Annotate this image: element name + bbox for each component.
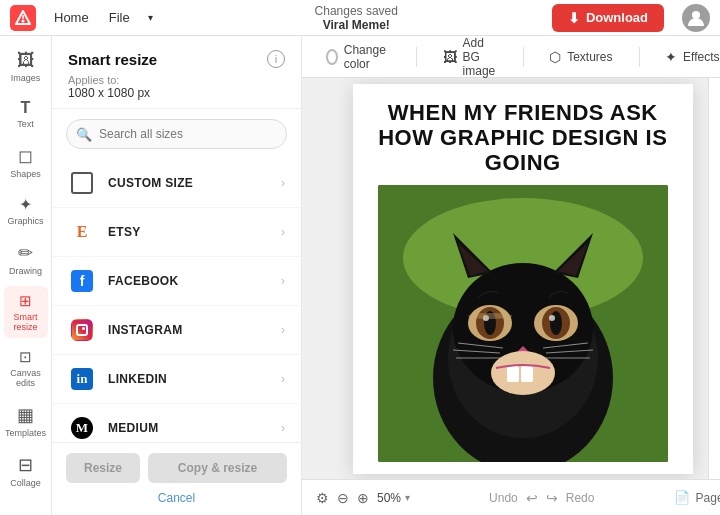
canvas-toolbar: Change color 🖼 Add BG image ⬡ Textures ✦… <box>302 36 720 78</box>
sidebar-label-images: Images <box>11 73 41 83</box>
nav-home[interactable]: Home <box>46 6 97 29</box>
settings-icon[interactable]: ⚙ <box>316 490 329 506</box>
zoom-chevron-icon: ▾ <box>405 492 410 503</box>
side-tool-flip[interactable]: ↕ <box>712 124 720 152</box>
chevron-linkedin: › <box>281 372 285 386</box>
cancel-link[interactable]: Cancel <box>66 489 287 507</box>
toolbar-add-bg-image[interactable]: 🖼 Add BG image <box>435 36 505 82</box>
avatar[interactable] <box>682 4 710 32</box>
chevron-etsy: › <box>281 225 285 239</box>
zoom-out-icon[interactable]: ⊖ <box>337 490 349 506</box>
app-logo[interactable] <box>10 5 36 31</box>
sidebar-label-collage: Collage <box>10 478 41 488</box>
sidebar-item-collage[interactable]: ⊟ Collage <box>4 448 48 494</box>
color-circle-icon <box>326 49 338 65</box>
canvas-document[interactable]: WHEN MY FRIENDS ASK HOW GRAPHIC DESIGN I… <box>353 84 693 474</box>
topbar-nav: Home File ▾ <box>46 6 161 29</box>
sidebar-item-shapes[interactable]: ◻ Shapes <box>4 139 48 185</box>
smart-resize-panel: Smart resize i Applies to: 1080 x 1080 p… <box>52 36 302 515</box>
applies-to-size: 1080 x 1080 px <box>68 86 285 100</box>
resize-panel-footer: Resize Copy & resize Cancel <box>52 442 301 515</box>
redo-label[interactable]: Redo <box>566 491 595 505</box>
canvas-side-tools: ↺ ↕ ⚠ 🔒 <box>708 78 720 479</box>
toolbar-effects[interactable]: ✦ Effects <box>657 45 720 69</box>
download-icon: ⬇ <box>568 10 580 26</box>
size-item-facebook[interactable]: f FACEBOOK › <box>52 257 301 306</box>
side-tool-lock[interactable]: 🔒 <box>712 196 720 224</box>
toolbar-separator-1 <box>416 47 417 67</box>
size-label-medium: MEDIUM <box>108 421 269 435</box>
size-item-linkedin[interactable]: in LINKEDIN › <box>52 355 301 404</box>
sidebar-item-graphics[interactable]: ✦ Graphics <box>4 189 48 232</box>
size-item-custom[interactable]: CUSTOM SIZE › <box>52 159 301 208</box>
toolbar-textures[interactable]: ⬡ Textures <box>541 45 620 69</box>
chevron-medium: › <box>281 421 285 435</box>
side-tool-rotate[interactable]: ↺ <box>712 88 720 116</box>
svg-point-24 <box>549 315 555 321</box>
medium-icon: M <box>68 414 96 442</box>
effects-icon: ✦ <box>665 49 677 65</box>
meme-text: WHEN MY FRIENDS ASK HOW GRAPHIC DESIGN I… <box>365 100 681 176</box>
redo-arrow-icon[interactable]: ↪ <box>546 490 558 506</box>
side-tool-warning[interactable]: ⚠ <box>712 160 720 188</box>
size-item-etsy[interactable]: E ETSY › <box>52 208 301 257</box>
custom-size-icon <box>68 169 96 197</box>
meme-image <box>378 185 668 461</box>
pages-label[interactable]: Pages <box>696 491 720 505</box>
undo-arrow-icon[interactable]: ↩ <box>526 490 538 506</box>
nav-file[interactable]: File ▾ <box>101 6 161 29</box>
size-item-medium[interactable]: M MEDIUM › <box>52 404 301 442</box>
instagram-icon <box>68 316 96 344</box>
undo-redo-controls: Undo ↩ ↪ Redo <box>489 490 594 506</box>
size-item-instagram[interactable]: INSTAGRAM › <box>52 306 301 355</box>
svg-rect-27 <box>507 366 519 382</box>
images-icon: 🖼 <box>17 50 35 71</box>
toolbar-change-color[interactable]: Change color <box>318 39 398 75</box>
sidebar-label-templates: Templates <box>5 428 46 438</box>
sidebar-item-smart-resize[interactable]: ⊞ Smart resize <box>4 286 48 338</box>
sidebar-label-smart-resize: Smart resize <box>8 312 44 332</box>
chevron-instagram: › <box>281 323 285 337</box>
svg-rect-1 <box>22 15 24 19</box>
toolbar-separator-2 <box>523 47 524 67</box>
sidebar-item-templates[interactable]: ▦ Templates <box>4 398 48 444</box>
sidebar-item-canvas-edits[interactable]: ⊡ Canvas edits <box>4 342 48 394</box>
size-list: CUSTOM SIZE › E ETSY › f FACEBOOK › <box>52 159 301 442</box>
svg-point-0 <box>22 19 25 22</box>
chevron-custom: › <box>281 176 285 190</box>
canvas-edits-icon: ⊡ <box>19 348 32 366</box>
info-icon[interactable]: i <box>267 50 285 68</box>
size-label-custom: CUSTOM SIZE <box>108 176 269 190</box>
search-box: 🔍 <box>66 119 287 149</box>
graphics-icon: ✦ <box>19 195 32 214</box>
zoom-value: 50% <box>377 491 401 505</box>
sidebar-item-drawing[interactable]: ✏ Drawing <box>4 236 48 282</box>
svg-point-2 <box>692 11 700 19</box>
download-button[interactable]: ⬇ Download <box>552 4 664 32</box>
text-icon: T <box>21 99 31 117</box>
svg-point-20 <box>468 313 512 319</box>
bottom-bar: ⚙ ⊖ ⊕ 50% ▾ Undo ↩ ↪ Redo 📄 Pages <box>302 479 720 515</box>
shapes-icon: ◻ <box>18 145 33 167</box>
resize-button[interactable]: Resize <box>66 453 140 483</box>
sidebar-item-text[interactable]: T Text <box>4 93 48 135</box>
main-layout: 🖼 Images T Text ◻ Shapes ✦ Graphics ✏ Dr… <box>0 36 720 515</box>
bottom-left-controls: ⚙ ⊖ ⊕ 50% ▾ <box>316 490 410 506</box>
svg-point-23 <box>550 311 562 335</box>
search-input[interactable] <box>66 119 287 149</box>
zoom-in-icon[interactable]: ⊕ <box>357 490 369 506</box>
sidebar-item-images[interactable]: 🖼 Images <box>4 44 48 89</box>
templates-icon: ▦ <box>17 404 34 426</box>
topbar: Home File ▾ Changes saved Viral Meme! ⬇ … <box>0 0 720 36</box>
smart-resize-icon: ⊞ <box>19 292 32 310</box>
bottom-center-controls: Undo ↩ ↪ Redo <box>422 490 662 506</box>
sidebar-label-text: Text <box>17 119 34 129</box>
copy-resize-button[interactable]: Copy & resize <box>148 453 287 483</box>
undo-label[interactable]: Undo <box>489 491 518 505</box>
size-label-etsy: ETSY <box>108 225 269 239</box>
svg-rect-28 <box>521 366 533 382</box>
search-icon: 🔍 <box>76 127 92 142</box>
document-filename: Viral Meme! <box>323 18 390 32</box>
zoom-control[interactable]: 50% ▾ <box>377 491 410 505</box>
size-label-linkedin: LINKEDIN <box>108 372 269 386</box>
